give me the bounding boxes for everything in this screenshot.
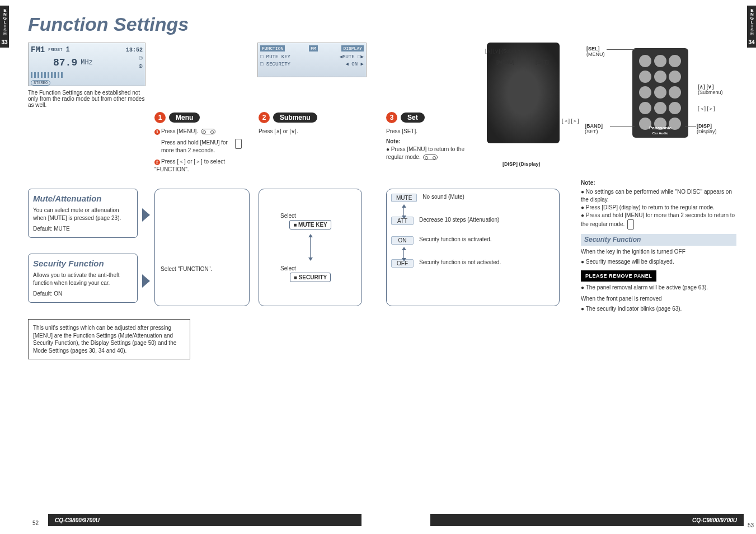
tab-fm: FM <box>309 45 318 51</box>
sec-p3b-text: The security indicator blinks (page 63). <box>586 306 682 312</box>
eq-bars <box>31 72 64 78</box>
select-function-box: Select "FUNCTION". <box>154 189 250 306</box>
remote-band-label: [BAND](SET) <box>585 123 603 134</box>
device-ltr-label: [＜] [＞] <box>562 118 579 125</box>
att-desc: Decrease 10 steps (Attenuation) <box>419 217 499 223</box>
mute-attenuation-box: Mute/Attenuation You can select mute or … <box>28 189 138 238</box>
step2-text: Press [∧] or [∨]. <box>259 128 354 135</box>
mute-title: Mute/Attenuation <box>33 194 133 203</box>
remote-updown: [∧] [∨] <box>698 84 714 90</box>
off-desc: Security function is not activated. <box>419 259 501 265</box>
security-function-box: Security Function Allows you to activate… <box>28 254 138 303</box>
sec-p2: ● The panel removal alarm will be active… <box>581 284 736 292</box>
band: FM1 <box>31 45 45 54</box>
radio-display: FM1 PRESET 1 13:52 87.9 MHz ☺⊙ STEREO <box>28 43 145 86</box>
sec-default: Default: ON <box>33 290 133 298</box>
page-title: Function Settings <box>28 13 189 35</box>
red-dot-2: 2 <box>154 160 160 165</box>
device-updown-label: [∧] [∨] (Submenu) <box>485 48 527 54</box>
device-set: [SET] <box>536 59 549 65</box>
device-disp-label: [DISP] (Display) <box>503 161 541 167</box>
stereo-label: STEREO <box>31 80 50 86</box>
preset-num: 1 <box>65 46 69 54</box>
step3a: Press [SET]. <box>386 128 481 135</box>
step1a: Press [MENU]. <box>161 128 198 134</box>
preset-label: PRESET <box>48 48 62 52</box>
step-num-1: 1 <box>154 112 166 123</box>
remote-icon <box>235 139 242 149</box>
brand: Panasonic <box>649 125 672 130</box>
sec-p3b: ● The security indicator blinks (page 63… <box>581 305 736 313</box>
step1-hold: Press and hold [MENU] for more than 2 se… <box>161 139 232 154</box>
select-submenu-box: Select MUTE KEY Select SECURITY <box>259 189 362 306</box>
step3-note-hdr: Note: <box>386 138 401 144</box>
step-set-label: Set <box>401 113 425 123</box>
arrow-icon <box>142 274 150 288</box>
remote-updown-sub: (Submenu) <box>698 90 723 95</box>
remote-icon <box>627 219 634 229</box>
arrow-icon <box>142 208 150 222</box>
remote-sel: [SEL] <box>586 46 600 51</box>
freq: 87.9 <box>53 57 77 68</box>
remove-panel-message: PLEASE REMOVE PANEL <box>581 270 656 282</box>
page-33: 33 <box>0 39 9 45</box>
mute-body: You can select mute or attenuation when … <box>33 207 133 222</box>
remote-photo: PanasonicCar Audio <box>632 48 688 138</box>
sec-body: Allows you to activate the anti-theft fu… <box>33 271 133 287</box>
note-block: Note: No settings can be performed while… <box>581 179 736 315</box>
sec-p1b-text: Security message will be displayed. <box>586 259 674 265</box>
lead-line <box>607 49 635 50</box>
model: CQ-C9800/9700U <box>55 517 100 523</box>
lead-line <box>610 127 635 127</box>
device-disp: [DISP] (Display) <box>503 161 541 167</box>
note1: No settings can be performed while "NO D… <box>581 188 736 204</box>
sec-p1b: ● Security message will be displayed. <box>581 258 736 266</box>
remote-band: [BAND] <box>585 123 603 129</box>
oblong-icon <box>201 129 215 134</box>
set-options-box: MUTE No sound (Mute) ATT Decrease 10 ste… <box>386 189 560 306</box>
remote-ltr-label: [＜] [＞] <box>698 105 715 113</box>
step-num-2: 2 <box>259 112 270 123</box>
model: CQ-C9800/9700U <box>692 517 737 523</box>
sec-p3: When the front panel is removed <box>581 295 736 303</box>
red-dot-1: 1 <box>154 129 160 135</box>
step-submenu-label: Submenu <box>273 113 317 123</box>
tab-display: DISPLAY <box>341 45 364 51</box>
step-menu-badge: 1 Menu <box>154 112 200 123</box>
lcd-mute-key: □ MUTE KEY <box>260 54 290 61</box>
select-function-text: Select "FUNCTION". <box>161 266 212 272</box>
lang: ENGLISH <box>2 8 7 35</box>
connector <box>403 207 404 217</box>
lang: ENGLISH <box>749 8 754 35</box>
mute-button: MUTE <box>391 194 417 202</box>
sec-title: Security Function <box>33 259 133 268</box>
page-num-52: 52 <box>32 520 39 526</box>
remote-updown-label: [∧] [∨](Submenu) <box>698 84 723 95</box>
step-menu-label: Menu <box>169 113 200 123</box>
mute-key-chip: MUTE KEY <box>289 220 331 229</box>
step-num-3: 3 <box>386 112 397 123</box>
connector <box>403 249 404 259</box>
remote-disp-label: [DISP](Display) <box>697 123 717 134</box>
sec-p2-text: The panel removal alarm will be active (… <box>586 284 708 291</box>
remote-sel-sub: (MENU) <box>586 51 605 57</box>
remote-disp-sub: (Display) <box>697 129 717 134</box>
lead-line <box>685 127 696 127</box>
radio-caption: The Function Settings can be established… <box>28 90 145 108</box>
lcd-security-val: ◀ ON ▶ <box>346 61 364 68</box>
footer-right: CQ-C9800/9700U <box>430 514 744 526</box>
select-label: Select <box>280 265 357 271</box>
device-set-label: [SET] <box>536 59 549 65</box>
remote-sel-label: [SEL](MENU) <box>586 46 605 57</box>
bottom-info-box: This unit's settings which can be adjust… <box>28 319 190 359</box>
freq-unit: MHz <box>81 59 93 67</box>
on-button: ON <box>391 236 414 245</box>
page-num-53: 53 <box>748 522 754 528</box>
tab-function: FUNCTION <box>260 45 285 51</box>
connector <box>310 236 311 259</box>
remote-band-sub: (SET) <box>585 129 598 134</box>
step1-text: 1Press [MENU]. Press and hold [MENU] for… <box>154 128 250 174</box>
side-tab-left: ENGLISH 33 <box>0 6 9 48</box>
device-menu-label: [MENU] <box>496 59 515 65</box>
device-menu: [MENU] <box>496 59 515 65</box>
